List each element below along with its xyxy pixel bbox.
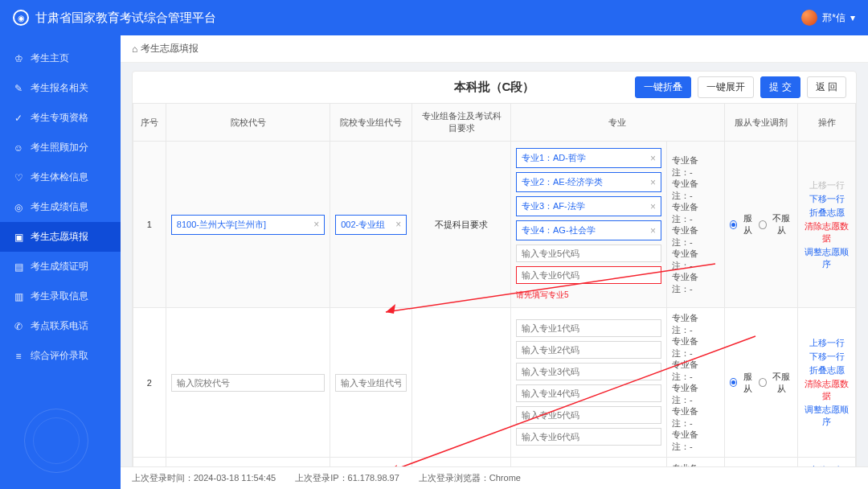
table-row: 18100-兰州大学[兰州市]×002-专业组×不提科目要求专业1：AD-哲学×… bbox=[133, 142, 856, 308]
submit-button[interactable]: 提 交 bbox=[760, 76, 800, 98]
sidebar-item-1[interactable]: ✎考生报名相关 bbox=[0, 73, 121, 103]
major-input[interactable]: 专业3：AF-法学× bbox=[516, 196, 661, 216]
expand-all-button[interactable]: 一键展开 bbox=[698, 76, 754, 98]
user-menu[interactable]: 邢*信 ▾ bbox=[801, 10, 855, 26]
sidebar-label: 考生录取信息 bbox=[31, 290, 88, 303]
sidebar-label: 考生照顾加分 bbox=[31, 141, 88, 154]
col-major: 专业 bbox=[510, 104, 724, 142]
major-input[interactable] bbox=[516, 428, 661, 446]
clear-icon[interactable]: × bbox=[395, 219, 401, 230]
op-up[interactable]: 上移一行 bbox=[803, 464, 850, 466]
major-input[interactable] bbox=[516, 406, 661, 424]
col-school: 院校代号 bbox=[166, 104, 330, 142]
table-row: 2专业备注：-专业备注：-专业备注：-专业备注：-专业备注：-专业备注：-服从不… bbox=[133, 308, 856, 458]
school-input[interactable]: 8100-兰州大学[兰州市]× bbox=[171, 215, 325, 235]
clear-icon[interactable]: × bbox=[650, 225, 656, 236]
adjust-radio-group[interactable]: 服从不服从 bbox=[730, 371, 793, 395]
group-input[interactable]: 002-专业组× bbox=[335, 215, 407, 235]
breadcrumb: ⌂ 考生志愿填报 bbox=[121, 35, 868, 63]
app-logo: ◉ bbox=[13, 10, 29, 26]
chevron-down-icon: ▾ bbox=[850, 12, 855, 23]
req-cell bbox=[412, 308, 511, 458]
table-row: 3请按顺序填写志愿专业备注：-专业备注：-专业备注：-专业备注：-服从不服从上移… bbox=[133, 458, 856, 467]
major-note: 专业备注：- bbox=[672, 203, 719, 223]
major-input[interactable]: 专业1：AD-哲学× bbox=[516, 148, 661, 168]
radio-no[interactable] bbox=[759, 378, 767, 387]
radio-yes[interactable] bbox=[730, 378, 738, 387]
major-note: 专业备注：- bbox=[672, 384, 719, 404]
major-note: 专业备注：- bbox=[672, 465, 719, 466]
op-clear[interactable]: 清除志愿数据 bbox=[803, 220, 850, 244]
major-note: 专业备注：- bbox=[672, 180, 719, 199]
sidebar-label: 考生报名相关 bbox=[31, 81, 88, 95]
sidebar-item-2[interactable]: ✓考生专项资格 bbox=[0, 103, 121, 133]
major-note: 专业备注：- bbox=[672, 227, 719, 246]
sidebar-icon: ▤ bbox=[13, 261, 24, 273]
clear-icon[interactable]: × bbox=[313, 219, 319, 230]
sidebar-item-4[interactable]: ♡考生体检信息 bbox=[0, 162, 121, 192]
sidebar-item-6[interactable]: ▣考生志愿填报 bbox=[0, 222, 121, 252]
sidebar-item-10[interactable]: ≡综合评价录取 bbox=[0, 341, 121, 371]
major-input[interactable] bbox=[516, 266, 661, 284]
sidebar-label: 考生专项资格 bbox=[31, 111, 88, 125]
sidebar-icon: ▣ bbox=[13, 232, 24, 243]
seq-cell: 1 bbox=[133, 142, 166, 308]
col-group: 院校专业组代号 bbox=[330, 104, 412, 142]
clear-icon[interactable]: × bbox=[650, 153, 656, 164]
sidebar-icon: ♡ bbox=[13, 172, 24, 183]
major-input[interactable] bbox=[516, 341, 661, 359]
sidebar-item-5[interactable]: ◎考生成绩信息 bbox=[0, 192, 121, 222]
avatar bbox=[801, 10, 817, 26]
clear-icon[interactable]: × bbox=[650, 201, 656, 212]
group-input[interactable] bbox=[335, 374, 407, 392]
major-note: 专业备注：- bbox=[672, 273, 719, 293]
op-down[interactable]: 下移一行 bbox=[803, 193, 850, 205]
major-input[interactable] bbox=[516, 384, 661, 402]
major-input[interactable]: 专业2：AE-经济学类× bbox=[516, 172, 661, 192]
major-input[interactable] bbox=[516, 244, 661, 262]
sidebar-item-0[interactable]: ♔考生主页 bbox=[0, 43, 121, 73]
sidebar-item-3[interactable]: ☺考生照顾加分 bbox=[0, 133, 121, 162]
op-up[interactable]: 上移一行 bbox=[803, 337, 850, 349]
collapse-all-button[interactable]: 一键折叠 bbox=[635, 76, 691, 98]
sidebar-icon: ◎ bbox=[13, 202, 24, 213]
op-fold[interactable]: 折叠志愿 bbox=[803, 364, 850, 376]
sidebar: ♔考生主页✎考生报名相关✓考生专项资格☺考生照顾加分♡考生体检信息◎考生成绩信息… bbox=[0, 35, 121, 489]
sidebar-item-8[interactable]: ▥考生录取信息 bbox=[0, 281, 121, 311]
major-note: 专业备注：- bbox=[672, 361, 719, 380]
breadcrumb-text: 考生志愿填报 bbox=[141, 42, 199, 55]
school-input[interactable] bbox=[171, 374, 325, 392]
sidebar-label: 综合评价录取 bbox=[31, 349, 88, 363]
back-button[interactable]: 返 回 bbox=[807, 76, 846, 98]
batch-title: 本科批（C段） bbox=[454, 80, 535, 95]
col-req: 专业组备注及考试科目要求 bbox=[412, 104, 511, 142]
user-name: 邢*信 bbox=[822, 11, 845, 25]
seq-cell: 3 bbox=[133, 458, 166, 467]
op-reorder[interactable]: 调整志愿顺序 bbox=[803, 404, 850, 428]
sidebar-decoration bbox=[24, 409, 88, 473]
sidebar-label: 考生志愿填报 bbox=[31, 230, 88, 244]
sidebar-icon: ✓ bbox=[13, 113, 24, 124]
sidebar-icon: ▥ bbox=[13, 291, 24, 302]
major-input[interactable] bbox=[516, 363, 661, 380]
major-input[interactable] bbox=[516, 319, 661, 337]
op-clear[interactable]: 清除志愿数据 bbox=[803, 378, 850, 402]
major-note: 专业备注：- bbox=[672, 408, 719, 427]
op-down[interactable]: 下移一行 bbox=[803, 351, 850, 363]
op-fold[interactable]: 折叠志愿 bbox=[803, 207, 850, 219]
sidebar-label: 考生主页 bbox=[31, 51, 69, 65]
sidebar-icon: ☺ bbox=[13, 142, 24, 154]
sidebar-icon: ♔ bbox=[13, 53, 24, 64]
sidebar-item-7[interactable]: ▤考生成绩证明 bbox=[0, 252, 121, 281]
radio-no[interactable] bbox=[759, 220, 767, 229]
major-input[interactable]: 专业4：AG-社会学× bbox=[516, 220, 661, 240]
home-icon[interactable]: ⌂ bbox=[132, 43, 137, 55]
op-reorder[interactable]: 调整志愿顺序 bbox=[803, 246, 850, 270]
sidebar-label: 考生成绩证明 bbox=[31, 260, 88, 273]
clear-icon[interactable]: × bbox=[650, 177, 656, 188]
sidebar-icon: ≡ bbox=[13, 351, 24, 362]
sidebar-item-9[interactable]: ✆考点联系电话 bbox=[0, 311, 121, 341]
major-note: 专业备注：- bbox=[672, 250, 719, 269]
radio-yes[interactable] bbox=[730, 220, 738, 229]
adjust-radio-group[interactable]: 服从不服从 bbox=[730, 212, 793, 236]
